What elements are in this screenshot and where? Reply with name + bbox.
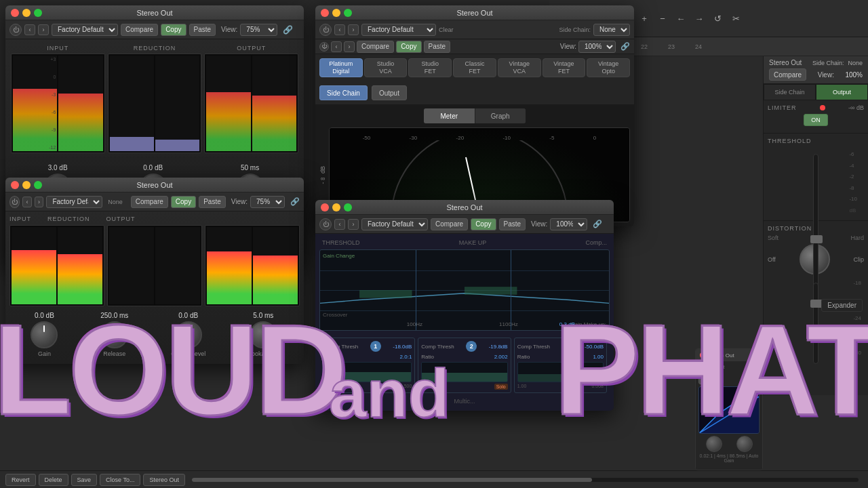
al2-gain-knob[interactable] (31, 321, 58, 348)
lim-minimize-btn[interactable] (332, 9, 340, 17)
clip-label: Clip (853, 256, 864, 263)
al2-outlevel-knob[interactable] (175, 321, 202, 348)
al1-compare-btn[interactable]: Compare (121, 24, 158, 36)
zoom-in-icon[interactable]: + (636, 10, 652, 26)
lim2-paste-btn[interactable]: Paste (424, 41, 451, 53)
lim2-link-icon[interactable]: 🔗 (620, 42, 630, 51)
lim-sidechain-label: Side Chain: (559, 26, 591, 33)
al2-view-select[interactable]: 75% (250, 196, 285, 208)
cs-sidechain-label: Side Chain: (812, 60, 844, 66)
mb-compare-btn[interactable]: Compare (431, 218, 468, 230)
al2-output-bar (205, 225, 300, 306)
al1-preset-select[interactable]: Factory Default (52, 24, 118, 36)
al2-preset-select[interactable]: Factory Default (46, 196, 102, 208)
arrow-right-icon[interactable]: → (691, 10, 707, 26)
cs-sidechain-tab[interactable]: Side Chain (764, 84, 816, 100)
al1-minimize-btn[interactable] (22, 9, 31, 17)
mb-minimize-btn[interactable] (332, 203, 340, 211)
loop-icon[interactable]: ↺ (709, 10, 726, 26)
al1-power-btn[interactable]: ⏻ (9, 24, 22, 36)
lim2-prev-btn[interactable]: ‹ (331, 41, 342, 52)
delete-btn[interactable]: Delete (39, 474, 68, 486)
al2-lookahead-label: Lookahead (248, 350, 279, 357)
lim2-compare-btn[interactable]: Compare (357, 41, 394, 53)
lim2-view-select[interactable]: 100% (578, 41, 616, 53)
mb-power-btn[interactable]: ⏻ (319, 218, 332, 230)
closeto-btn[interactable]: Close To... (100, 474, 140, 486)
mb-preset-select[interactable]: Factory Default (361, 218, 428, 230)
scissors-icon[interactable]: ✂ (728, 10, 744, 26)
distortion-fader[interactable] (813, 283, 818, 364)
al2-paste-btn[interactable]: Paste (199, 196, 226, 208)
cs-sidechain-value[interactable]: None (848, 60, 863, 66)
mb-b2-extra-vals: 500 (421, 384, 429, 390)
al1-next-btn[interactable]: › (38, 24, 49, 35)
al2-lookahead-container: 5.0 ms Lookahead (248, 312, 279, 357)
al2-copy-btn[interactable]: Copy (171, 196, 196, 208)
arrow-left-icon[interactable]: ← (673, 10, 689, 26)
stereoout-btn[interactable]: Stereo Out (143, 474, 185, 486)
threshold-fader[interactable] (813, 154, 818, 289)
lim-tab-vintagevca[interactable]: VintageVCA (498, 58, 541, 77)
lim-preset-select[interactable]: Factory Default (361, 24, 436, 36)
zoom-out-icon[interactable]: − (654, 10, 671, 26)
lim-meter-btn[interactable]: Meter (424, 108, 475, 123)
lim-close-btn[interactable] (321, 9, 329, 17)
lim-power-btn[interactable]: ⏻ (319, 24, 332, 36)
cs-compare-btn[interactable]: Compare (769, 68, 806, 81)
limiter-on-btn[interactable]: ON (804, 114, 828, 126)
revert-btn[interactable]: Revert (5, 474, 36, 486)
al2-release-knob[interactable] (101, 321, 128, 348)
lim-prev-btn[interactable]: ‹ (334, 24, 345, 35)
lim-tab-classicfet[interactable]: ClassicFET (453, 58, 496, 77)
lim-tab-platinum[interactable]: PlatinumDigital (319, 58, 363, 77)
mb-link-icon[interactable]: 🔗 (593, 220, 602, 228)
lim2-power-btn[interactable]: ⏻ (319, 42, 329, 52)
lim-tab-vintagefet[interactable]: VintageFET (542, 58, 586, 77)
mb-prev-btn[interactable]: ‹ (334, 219, 345, 230)
al2-compare-btn[interactable]: Compare (131, 196, 168, 208)
al2-close-btn[interactable] (11, 181, 19, 189)
al2-input-label: INPUT (9, 216, 31, 222)
mini-knob-2[interactable] (736, 436, 753, 452)
mini-compare-1[interactable]: Compare (698, 372, 724, 384)
al1-close-btn[interactable] (11, 9, 19, 17)
al2-minimize-btn[interactable] (22, 181, 31, 189)
al1-view-label: View: (221, 26, 237, 33)
lim-tab-vintageopto[interactable]: VintageOpto (587, 58, 630, 77)
cs-view-value[interactable]: 100% (845, 71, 863, 79)
al2-lookahead-knob[interactable] (250, 321, 277, 348)
lim-tab-studiovca[interactable]: StudioVCA (364, 58, 408, 77)
mb-close-btn[interactable] (321, 203, 329, 211)
lim-tab-studiofet[interactable]: StudioFET (408, 58, 452, 77)
lim-graph-btn[interactable]: Graph (475, 108, 526, 123)
mb-next-btn[interactable]: › (348, 219, 359, 230)
al2-next-btn[interactable]: › (35, 197, 44, 207)
lim-sidechain-btn[interactable]: Side Chain (319, 85, 368, 100)
mb-paste-btn[interactable]: Paste (499, 218, 526, 230)
al1-copy-btn[interactable]: Copy (161, 24, 186, 36)
save-btn[interactable]: Save (71, 474, 98, 486)
al2-prev-btn[interactable]: ‹ (22, 197, 32, 207)
lim-clear-btn[interactable]: Clear (439, 26, 454, 33)
al1-prev-btn[interactable]: ‹ (24, 24, 35, 35)
bottom-scrollbar[interactable] (192, 478, 859, 482)
lim-maximize-btn[interactable] (344, 9, 352, 17)
mb-view-select[interactable]: 100% (550, 218, 587, 230)
lim-output-btn[interactable]: Output (372, 85, 407, 100)
al1-view-select[interactable]: 75% (240, 24, 277, 36)
al1-maximize-btn[interactable] (34, 9, 42, 17)
mb-maximize-btn[interactable] (344, 203, 352, 211)
al1-paste-btn[interactable]: Paste (189, 24, 216, 36)
lim-sidechain-select[interactable]: None (593, 24, 630, 36)
lim-next-btn[interactable]: › (348, 24, 359, 35)
lim2-copy-btn[interactable]: Copy (396, 41, 421, 53)
al2-maximize-btn[interactable] (34, 181, 42, 189)
al2-link-icon[interactable]: 🔗 (290, 197, 300, 206)
mb-copy-btn[interactable]: Copy (471, 218, 496, 230)
al2-power-btn[interactable]: ⏻ (9, 196, 20, 208)
mini-knob-1[interactable] (706, 436, 722, 452)
lim2-next-btn[interactable]: › (344, 41, 355, 52)
al1-link-icon[interactable]: 🔗 (283, 25, 293, 35)
cs-output-tab[interactable]: Output (816, 84, 868, 100)
